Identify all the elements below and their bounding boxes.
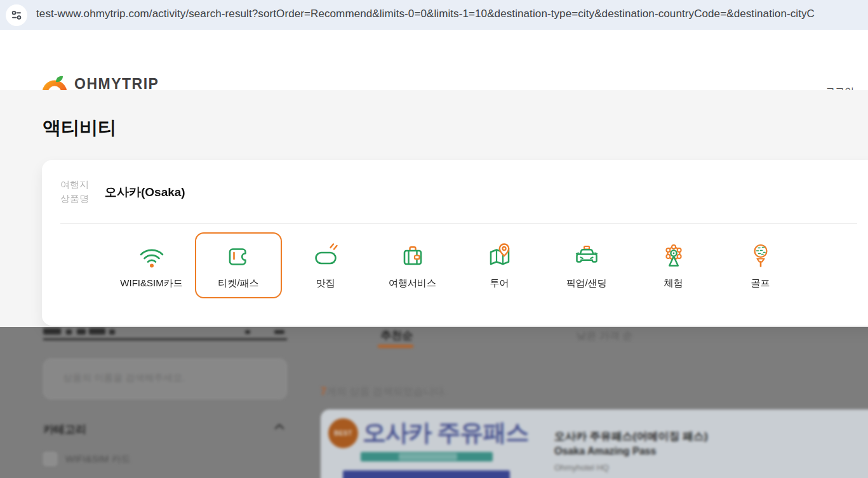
ticket-icon (224, 241, 254, 272)
product-image-title: 오사카 주유패스 (363, 417, 528, 449)
category-item-tour[interactable]: 투어 (456, 232, 543, 298)
wifi-sim-icon (137, 241, 167, 272)
sort-tab-lowest-price[interactable]: 낮은 가격 순 (573, 329, 636, 343)
category-filter-heading: 카테고리 (43, 422, 86, 437)
sidebar-heading-underline (43, 338, 287, 340)
browser-url-bar: test-www.ohmytrip.com/activity/search-re… (0, 0, 868, 30)
tune-icon (11, 10, 22, 21)
active-tab-underline (378, 345, 413, 348)
category-label: 체험 (664, 277, 683, 289)
product-image-banner-blue (343, 470, 510, 478)
golf-icon (745, 241, 776, 272)
clipped-text-remnant (89, 328, 105, 335)
clipped-text-remnant (77, 329, 86, 335)
category-item-travel-service[interactable]: 여행서비스 (369, 232, 456, 298)
category-item-golf[interactable]: 골프 (717, 232, 804, 298)
product-card[interactable]: BEST 오사카 주유패스 오사카 주유패스(어메이징 패스) Osaka Am… (321, 409, 868, 478)
chevron-up-icon[interactable] (274, 423, 284, 430)
destination-field-value[interactable]: 오사카(Osaka) (105, 184, 185, 201)
product-subtitle: Osaka Amazing Pass (554, 446, 656, 457)
category-item-experience[interactable]: 체험 (630, 232, 717, 298)
page-title: 액티비티 (43, 116, 116, 141)
suitcase-icon (397, 241, 428, 272)
product-image-banner-teal (361, 452, 493, 461)
card-divider (60, 223, 857, 224)
result-count-number: 7 (321, 386, 326, 397)
clipped-text-remnant (274, 330, 284, 334)
category-label: 맛집 (316, 277, 335, 289)
category-row: WIFI&SIM카드 티켓/패스 맛집 (108, 232, 804, 298)
filter-sidebar: 상품의 이름을 검색해주세요. 카테고리 WIFI&SIM 카드 (43, 327, 287, 478)
results-main: 추천순 낮은 가격 순 7개의 상품 검색되었습니다. BEST 오사카 주유패… (321, 327, 868, 478)
taxi-icon (571, 241, 602, 272)
category-label: WIFI&SIM카드 (120, 277, 182, 289)
category-label: 티켓/패스 (218, 277, 258, 289)
clipped-text-remnant (43, 328, 61, 335)
product-vendor: Ohmyhotel HQ (554, 463, 609, 472)
destination-field-label: 여행지 상품명 (60, 178, 89, 206)
category-item-restaurant[interactable]: 맛집 (282, 232, 369, 298)
category-label: 투어 (490, 277, 509, 289)
dimmed-results-overlay: 상품의 이름을 검색해주세요. 카테고리 WIFI&SIM 카드 추천순 낮은 … (0, 327, 868, 478)
results-section: 상품의 이름을 검색해주세요. 카테고리 WIFI&SIM 카드 추천순 낮은 … (0, 327, 868, 478)
category-item-wifi-sim[interactable]: WIFI&SIM카드 (108, 232, 195, 298)
category-label: 골프 (751, 277, 770, 289)
ferris-wheel-icon (658, 241, 689, 272)
category-label: 픽업/샌딩 (566, 277, 606, 289)
category-item-pickup-sending[interactable]: 픽업/샌딩 (543, 232, 630, 298)
product-title: 오사카 주유패스(어메이징 패스) (554, 429, 708, 444)
result-count: 7개의 상품 검색되었습니다. (321, 385, 446, 399)
product-name-search-input[interactable]: 상품의 이름을 검색해주세요. (43, 359, 287, 399)
clipped-text-remnant (66, 329, 72, 335)
checkbox-label: WIFI&SIM 카드 (65, 453, 131, 465)
search-placeholder: 상품의 이름을 검색해주세요. (63, 372, 185, 384)
category-item-ticket-pass[interactable]: 티켓/패스 (195, 232, 282, 298)
restaurant-bowl-icon (310, 241, 341, 272)
banner-text-block (399, 453, 457, 460)
tour-map-icon (484, 241, 515, 272)
site-header: OHMYTRIP by OHMYHOTEL 로그인 (0, 30, 868, 90)
category-option-row: WIFI&SIM 카드 (43, 452, 131, 466)
activity-search-card: 여행지 상품명 오사카(Osaka) WIFI&SIM카드 티켓/ (42, 160, 868, 326)
clipped-text-remnant (109, 329, 115, 335)
clipped-text-remnant (245, 330, 250, 334)
category-label: 여행서비스 (389, 277, 436, 289)
best-badge: BEST (328, 418, 358, 448)
address-bar[interactable]: test-www.ohmytrip.com/activity/search-re… (36, 8, 815, 20)
sort-tab-recommend[interactable]: 추천순 (375, 328, 419, 343)
wifi-sim-checkbox[interactable] (43, 452, 57, 466)
site-settings-button[interactable] (6, 4, 27, 26)
